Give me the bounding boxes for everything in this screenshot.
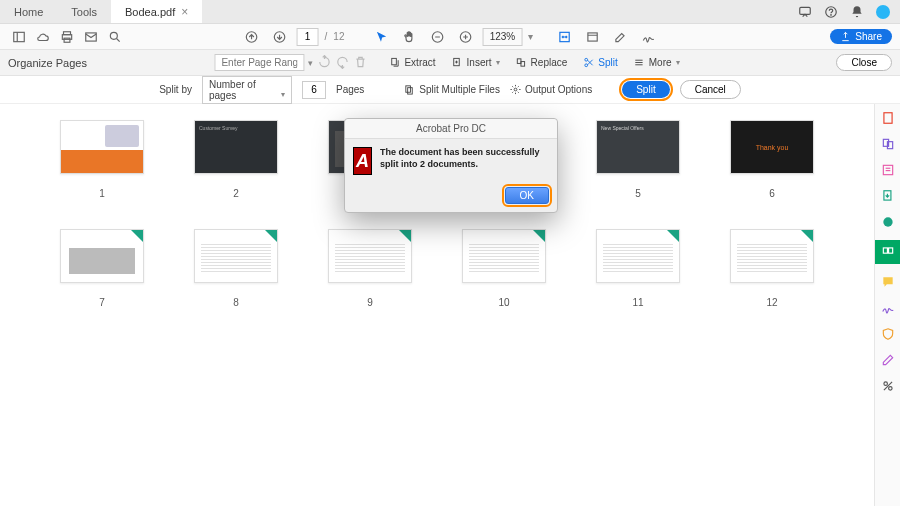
split-by-label: Split by (159, 84, 192, 95)
right-tools-rail (874, 104, 900, 506)
thumb-number: 1 (99, 188, 105, 199)
page-thumb[interactable]: 1 (60, 120, 144, 199)
avatar[interactable] (876, 5, 890, 19)
annotate-icon[interactable] (609, 26, 631, 48)
thumb-image (328, 229, 412, 283)
page-thumb[interactable]: 12 (730, 229, 814, 308)
thumb-number: 6 (769, 188, 775, 199)
help-icon[interactable] (824, 5, 838, 19)
svg-rect-21 (392, 58, 397, 64)
extract-button[interactable]: Extract (383, 55, 441, 70)
tab-tools[interactable]: Tools (57, 0, 111, 23)
thumb-image: Customer Survey (194, 120, 278, 174)
success-dialog: Acrobat Pro DC A The document has been s… (344, 118, 558, 213)
print-icon[interactable] (56, 26, 78, 48)
main-toolbar: / 12 123% ▾ Share (0, 24, 900, 50)
split-mode-select[interactable]: Number of pages ▾ (202, 76, 292, 104)
thumb-image (60, 229, 144, 283)
fill-sign-icon[interactable] (880, 300, 896, 316)
protect-icon[interactable] (880, 326, 896, 342)
close-organize-button[interactable]: Close (836, 54, 892, 71)
split-multiple-button[interactable]: Split Multiple Files (404, 84, 500, 95)
svg-point-27 (585, 58, 588, 61)
page-thumb[interactable]: New Special Offers5 (596, 120, 680, 199)
svg-rect-33 (408, 88, 413, 94)
trash-icon[interactable] (353, 55, 367, 71)
rotate-left-icon[interactable] (317, 55, 331, 71)
page-thumb[interactable]: Thank you6 (730, 120, 814, 199)
redact-icon[interactable] (880, 352, 896, 368)
svg-point-34 (514, 88, 517, 91)
split-value-input[interactable] (302, 81, 326, 99)
page-up-icon[interactable] (241, 26, 263, 48)
read-mode-icon[interactable] (581, 26, 603, 48)
page-thumb[interactable]: 8 (194, 229, 278, 308)
page-thumb[interactable]: Customer Survey2 (194, 120, 278, 199)
mail-icon[interactable] (80, 26, 102, 48)
page-down-icon[interactable] (269, 26, 291, 48)
svg-rect-44 (888, 248, 892, 253)
split-mode-value: Number of pages (209, 79, 256, 101)
edit-pdf-icon[interactable] (880, 162, 896, 178)
hand-tool-icon[interactable] (398, 26, 420, 48)
acrobat-icon: A (353, 147, 372, 175)
zoom-out-icon[interactable] (426, 26, 448, 48)
combine-icon[interactable] (880, 136, 896, 152)
page-thumb[interactable]: 11 (596, 229, 680, 308)
svg-line-10 (117, 38, 120, 41)
page-sep: / (325, 31, 328, 42)
tab-document[interactable]: Bodea.pdf × (111, 0, 202, 23)
svg-point-9 (110, 32, 117, 39)
sign-icon[interactable] (637, 26, 659, 48)
page-thumb[interactable]: 9 (328, 229, 412, 308)
page-current-input[interactable] (297, 28, 319, 46)
split-tool-button[interactable]: Split (577, 55, 623, 70)
more-label: More (649, 57, 672, 68)
thumb-image (462, 229, 546, 283)
thumb-number: 8 (233, 297, 239, 308)
create-pdf-icon[interactable] (880, 110, 896, 126)
insert-button[interactable]: Insert▾ (446, 55, 506, 70)
cancel-button[interactable]: Cancel (680, 80, 741, 99)
share-button[interactable]: Share (830, 29, 892, 44)
more-tools-icon[interactable] (880, 378, 896, 394)
organize-pages-icon[interactable] (875, 240, 901, 264)
page-thumb[interactable]: 7 (60, 229, 144, 308)
tab-home[interactable]: Home (0, 0, 57, 23)
page-thumb[interactable]: 10 (462, 229, 546, 308)
dropdown-icon[interactable]: ▾ (528, 31, 533, 42)
zoom-in-icon[interactable] (454, 26, 476, 48)
page-range-input[interactable] (214, 54, 304, 71)
thumb-number: 5 (635, 188, 641, 199)
rotate-right-icon[interactable] (335, 55, 349, 71)
thumb-image (596, 229, 680, 283)
search-icon[interactable] (104, 26, 126, 48)
zoom-value[interactable]: 123% (482, 28, 522, 46)
fit-width-icon[interactable] (553, 26, 575, 48)
svg-rect-19 (588, 32, 597, 40)
tab-document-label: Bodea.pdf (125, 6, 175, 18)
replace-button[interactable]: Replace (510, 55, 574, 70)
output-options-label: Output Options (525, 84, 592, 95)
optimize-icon[interactable] (880, 214, 896, 230)
cloud-icon[interactable] (32, 26, 54, 48)
chevron-down-icon[interactable]: ▾ (308, 58, 313, 68)
export-pdf-icon[interactable] (880, 188, 896, 204)
thumb-number: 9 (367, 297, 373, 308)
comment-icon[interactable] (880, 274, 896, 290)
select-tool-icon[interactable] (370, 26, 392, 48)
split-button[interactable]: Split (622, 81, 669, 98)
close-icon[interactable]: × (181, 5, 188, 19)
ok-button[interactable]: OK (505, 187, 549, 204)
more-button[interactable]: More▾ (628, 55, 686, 70)
svg-rect-26 (521, 62, 525, 67)
chat-icon[interactable] (798, 5, 812, 19)
bell-icon[interactable] (850, 5, 864, 19)
svg-point-2 (831, 14, 832, 15)
thumb-number: 10 (498, 297, 509, 308)
output-options-button[interactable]: Output Options (510, 84, 592, 95)
split-options-bar: Split by Number of pages ▾ Pages Split M… (0, 76, 900, 104)
pages-label: Pages (336, 84, 364, 95)
dialog-message: The document has been successfully split… (380, 147, 549, 170)
sidebar-toggle-icon[interactable] (8, 26, 30, 48)
